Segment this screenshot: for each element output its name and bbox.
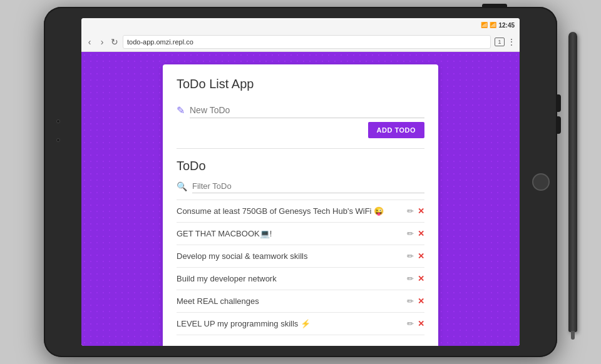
tablet-device: 📶 📶 12:45 ‹ › ↻ todo-app.omzi.repl.co 1 … [44, 7, 557, 357]
todo-edit-button[interactable]: ✏ [407, 319, 414, 328]
new-todo-input[interactable] [190, 103, 424, 118]
todo-item-text: Consume at least 750GB of Genesys Tech H… [177, 206, 407, 216]
new-todo-input-row: ✎ [177, 103, 424, 118]
back-button[interactable]: ‹ [85, 38, 94, 46]
camera-dot-1 [56, 119, 60, 123]
url-text: todo-app.omzi.repl.co [127, 38, 193, 46]
todo-item: Build my developer network✏✕ [177, 267, 424, 290]
filter-input[interactable] [192, 179, 424, 193]
volume-up-button[interactable] [556, 94, 561, 112]
todo-item-actions: ✏✕ [407, 251, 424, 261]
todo-item-text: GET THAT MACBOOK💻! [177, 229, 407, 238]
volume-down-button[interactable] [556, 116, 561, 134]
section-divider [177, 148, 424, 149]
todo-delete-button[interactable]: ✕ [418, 229, 424, 238]
todo-delete-button[interactable]: ✕ [418, 319, 424, 328]
stylus [568, 32, 577, 332]
app-title: ToDo List App [177, 77, 424, 91]
power-button[interactable] [482, 4, 507, 8]
main-content-area: ToDo List App ✎ ADD TODO ToDo 🔍 [81, 52, 520, 346]
tablet-screen: 📶 📶 12:45 ‹ › ↻ todo-app.omzi.repl.co 1 … [81, 18, 520, 346]
filter-search-icon: 🔍 [177, 181, 187, 191]
app-card: ToDo List App ✎ ADD TODO ToDo 🔍 [163, 64, 438, 346]
todo-item-actions: ✏✕ [407, 274, 424, 283]
todo-item-actions: ✏✕ [407, 296, 424, 306]
todo-edit-button[interactable]: ✏ [407, 296, 414, 306]
todo-item: Develop my social & teamwork skills✏✕ [177, 245, 424, 267]
camera-dot-2 [56, 138, 60, 142]
refresh-button[interactable]: ↻ [110, 38, 119, 46]
forward-button[interactable]: › [98, 38, 106, 46]
todo-item-actions: ✏✕ [407, 229, 424, 238]
todo-edit-button[interactable]: ✏ [407, 206, 414, 216]
todo-item-text: LEVEL UP my programming skills ⚡ [177, 319, 407, 328]
todo-item-text: Develop my social & teamwork skills [177, 251, 407, 261]
wifi-icon: 📶 [490, 22, 496, 28]
todo-item-actions: ✏✕ [407, 319, 424, 328]
todo-item-text: Build my developer network [177, 274, 407, 283]
filter-row: 🔍 [177, 179, 424, 193]
todo-item: LEVEL UP my programming skills ⚡✏✕ [177, 312, 424, 335]
todo-edit-button[interactable]: ✏ [407, 274, 414, 283]
todo-delete-button[interactable]: ✕ [418, 274, 424, 283]
new-todo-edit-icon: ✎ [177, 104, 185, 116]
todo-item-actions: ✏✕ [407, 206, 424, 216]
todo-edit-button[interactable]: ✏ [407, 229, 414, 238]
url-bar[interactable]: todo-app.omzi.repl.co [123, 35, 491, 49]
todo-item-text: Meet REAL challenges [177, 296, 407, 306]
todo-edit-button[interactable]: ✏ [407, 251, 414, 261]
home-button[interactable] [532, 173, 550, 191]
todo-list: Consume at least 750GB of Genesys Tech H… [177, 200, 424, 335]
todo-item: Meet REAL challenges✏✕ [177, 290, 424, 312]
add-todo-button[interactable]: ADD TODO [368, 122, 424, 138]
todo-delete-button[interactable]: ✕ [418, 251, 424, 261]
todo-section-title: ToDo [177, 159, 424, 173]
tab-count-badge[interactable]: 1 [495, 38, 505, 46]
browser-menu-button[interactable]: ⋮ [507, 38, 516, 46]
status-bar: 📶 📶 12:45 [81, 18, 520, 32]
signal-icon: 📶 [481, 22, 488, 28]
browser-right-controls: 1 ⋮ [495, 38, 516, 46]
add-button-row: ADD TODO [177, 122, 424, 138]
todo-item: Consume at least 750GB of Genesys Tech H… [177, 200, 424, 222]
browser-chrome: ‹ › ↻ todo-app.omzi.repl.co 1 ⋮ [81, 32, 520, 52]
todo-delete-button[interactable]: ✕ [418, 296, 424, 306]
todo-item: GET THAT MACBOOK💻!✏✕ [177, 222, 424, 245]
time-display: 12:45 [498, 22, 515, 29]
todo-delete-button[interactable]: ✕ [418, 206, 424, 216]
status-icons: 📶 📶 12:45 [481, 22, 515, 29]
